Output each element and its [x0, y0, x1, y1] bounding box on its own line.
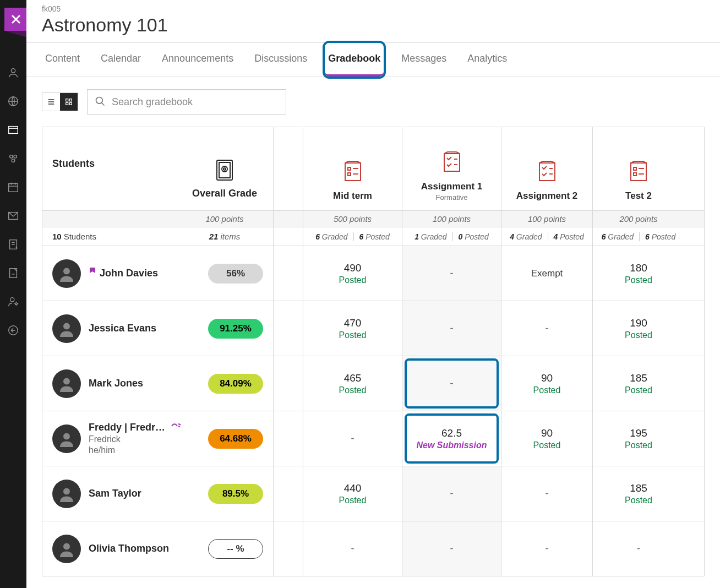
globe-icon[interactable]	[7, 95, 20, 108]
overall-grade-pill[interactable]: 84.09%	[208, 374, 263, 394]
student-name-text: Jessica Evans	[89, 323, 156, 334]
grade-cell[interactable]: 62.5New Submission	[402, 411, 501, 466]
search-input[interactable]	[87, 89, 286, 115]
course-title: Astronomy 101	[42, 14, 705, 36]
svg-point-21	[223, 168, 226, 170]
grade-cell[interactable]: Exempt	[501, 246, 593, 301]
students-column-header[interactable]: Students	[52, 158, 186, 199]
grade-cell[interactable]: 90Posted	[501, 411, 593, 466]
grade-cell[interactable]: -	[501, 521, 593, 576]
grade-cell[interactable]: -	[402, 521, 501, 576]
svg-point-4	[14, 155, 17, 159]
svg-rect-27	[631, 163, 646, 181]
tab-discussions[interactable]: Discussions	[251, 43, 310, 77]
student-row: Freddy | Fredr… Fredrickhe/him 64.68% -6…	[42, 411, 704, 466]
grade-cell[interactable]: -	[303, 521, 402, 576]
tab-messages[interactable]: Messages	[398, 43, 450, 77]
grade-cell[interactable]: 185Posted	[593, 466, 684, 521]
student-cell[interactable]: John Davies 56%	[42, 246, 274, 301]
grade-cell[interactable]: 465Posted	[303, 356, 402, 411]
admin-icon[interactable]	[7, 295, 20, 308]
svg-rect-2	[9, 127, 18, 134]
test-icon	[629, 161, 648, 185]
grade-cell[interactable]: 490Posted	[303, 246, 402, 301]
svg-rect-22	[345, 163, 361, 181]
grid-view-button[interactable]	[60, 93, 78, 111]
overall-grade-pill[interactable]: 64.68%	[208, 429, 263, 449]
grade-cell[interactable]: 180Posted	[593, 246, 684, 301]
grid-header: Students Overall Grade Mid term Assignme…	[42, 127, 704, 211]
student-cell[interactable]: Sam Taylor 89.5%	[42, 466, 274, 521]
gradebook-toolbar	[26, 77, 720, 127]
grade-cell[interactable]: 470Posted	[303, 301, 402, 356]
list-view-button[interactable]	[42, 93, 60, 111]
grade-cell[interactable]: 190Posted	[593, 301, 684, 356]
assignment-icon	[442, 151, 462, 176]
messages-icon[interactable]	[7, 209, 20, 222]
student-name-text: Olivia Thompson	[89, 543, 169, 554]
svg-point-32	[63, 378, 70, 384]
gradebook-grid: Students Overall Grade Mid term Assignme…	[42, 127, 705, 576]
overall-grade-pill[interactable]: 56%	[208, 264, 263, 284]
organizations-icon[interactable]	[7, 152, 20, 165]
student-cell[interactable]: Mark Jones 84.09%	[42, 356, 274, 411]
overall-grade-pill[interactable]: 91.25%	[208, 319, 263, 339]
student-row: Sam Taylor 89.5% 440Posted--185Posted	[42, 466, 704, 521]
student-row: Jessica Evans 91.25% 470Posted--190Poste…	[42, 301, 704, 356]
search-icon	[95, 96, 106, 109]
svg-point-35	[63, 543, 70, 549]
student-cell[interactable]: Jessica Evans 91.25%	[42, 301, 274, 356]
grade-cell[interactable]: -	[593, 521, 684, 576]
svg-point-5	[12, 159, 15, 162]
column-assignment1[interactable]: Assignment 1 Formative	[402, 127, 501, 210]
profile-icon[interactable]	[7, 66, 20, 79]
overall-grade-icon	[186, 158, 263, 182]
grade-cell[interactable]: -	[402, 466, 501, 521]
grade-cell[interactable]: -	[402, 301, 501, 356]
tools-icon[interactable]	[7, 266, 20, 280]
svg-rect-28	[634, 167, 636, 170]
grade-cell[interactable]: -	[501, 301, 593, 356]
overall-grade-header[interactable]: Overall Grade	[186, 188, 263, 199]
student-cell[interactable]: Olivia Thompson -- %	[42, 521, 274, 576]
svg-point-11	[15, 303, 18, 305]
svg-rect-24	[348, 173, 351, 176]
svg-point-0	[11, 69, 15, 73]
grade-cell[interactable]: 195Posted	[593, 411, 684, 466]
svg-point-20	[222, 166, 227, 172]
courses-icon[interactable]	[7, 123, 20, 137]
grade-cell[interactable]: 185Posted	[593, 356, 684, 411]
column-test2[interactable]: Test 2	[593, 127, 684, 210]
svg-rect-13	[66, 99, 68, 101]
overall-grade-pill[interactable]: -- %	[208, 539, 263, 559]
course-tabs: Content Calendar Announcements Discussio…	[26, 43, 720, 77]
student-name-text: Freddy | Fredr…	[89, 422, 165, 433]
svg-point-30	[63, 268, 70, 274]
grade-cell[interactable]: -	[402, 356, 501, 411]
calendar-icon[interactable]	[7, 181, 20, 194]
column-midterm[interactable]: Mid term	[303, 127, 402, 210]
tab-gradebook[interactable]: Gradebook	[325, 43, 384, 77]
column-assignment2[interactable]: Assignment 2	[501, 127, 593, 210]
accommodation-icon	[171, 422, 182, 433]
overall-grade-pill[interactable]: 89.5%	[208, 484, 263, 504]
svg-rect-16	[69, 102, 72, 105]
grade-cell[interactable]: 440Posted	[303, 466, 402, 521]
avatar	[52, 259, 81, 288]
grade-cell[interactable]: -	[402, 246, 501, 301]
grade-cell[interactable]: 90Posted	[501, 356, 593, 411]
student-name-text: Sam Taylor	[89, 488, 141, 499]
tab-announcements[interactable]: Announcements	[159, 43, 237, 77]
tab-analytics[interactable]: Analytics	[464, 43, 510, 77]
tab-calendar[interactable]: Calendar	[97, 43, 144, 77]
grade-cell[interactable]: -	[303, 411, 402, 466]
close-decoration	[4, 31, 28, 37]
tab-content[interactable]: Content	[42, 43, 83, 77]
student-cell[interactable]: Freddy | Fredr… Fredrickhe/him 64.68%	[42, 411, 274, 466]
grade-cell[interactable]: -	[501, 466, 593, 521]
student-row: John Davies 56% 490Posted-Exempt180Poste…	[42, 246, 704, 301]
svg-rect-25	[444, 154, 460, 171]
grades-icon[interactable]	[7, 238, 20, 251]
signout-icon[interactable]	[7, 324, 20, 337]
close-panel-button[interactable]	[4, 8, 28, 31]
